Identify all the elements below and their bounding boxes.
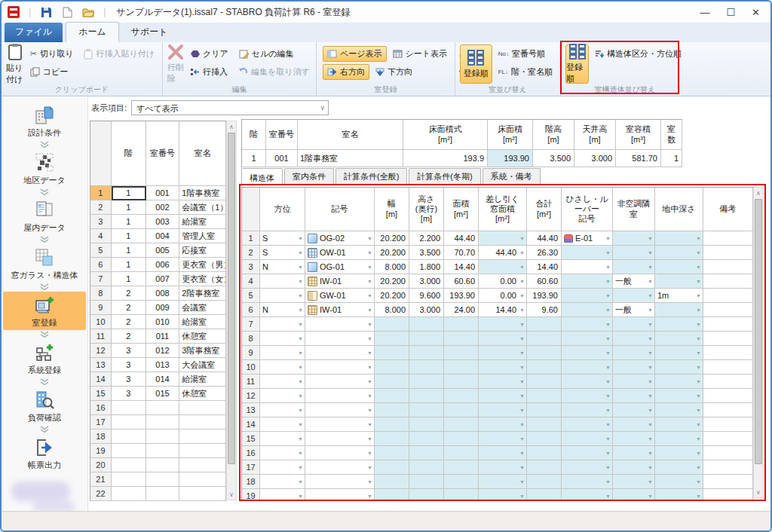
tab-home[interactable]: ホーム [66, 22, 119, 42]
symbol-cell[interactable]: ▼ [305, 489, 375, 500]
floor-cell[interactable] [112, 458, 146, 472]
non-ac-adjacent-cell[interactable]: ▼ [613, 460, 655, 475]
tab-support[interactable]: サポート [119, 23, 180, 42]
symbol-cell[interactable]: OW-01▼ [305, 246, 375, 260]
non-ac-adjacent-cell[interactable]: ▼ [613, 446, 655, 460]
direction-cell[interactable]: S▼ [260, 231, 305, 246]
scroll-down-icon[interactable]: ∨ [227, 489, 236, 500]
row-number[interactable]: 17 [90, 415, 112, 430]
direction-cell[interactable]: ▼ [260, 446, 305, 460]
subtract-window-area-cell[interactable]: ▼ [479, 332, 527, 346]
dropdown-arrow-icon[interactable]: ▼ [605, 307, 611, 313]
dropdown-arrow-icon[interactable]: ▼ [367, 465, 372, 470]
room-no-cell[interactable] [146, 444, 180, 458]
floor-cell[interactable]: 2 [112, 301, 146, 315]
dropdown-arrow-icon[interactable]: ▼ [519, 408, 525, 413]
row-number[interactable]: 21 [90, 472, 112, 487]
underground-depth-cell[interactable]: ▼ [655, 403, 703, 417]
subtract-window-area-cell[interactable]: 0.00▼ [479, 289, 527, 303]
height-cell[interactable] [409, 403, 444, 417]
total-cell[interactable] [527, 460, 562, 475]
width-cell[interactable] [375, 346, 409, 360]
note-cell[interactable] [703, 289, 753, 303]
area-cell[interactable] [444, 446, 479, 460]
total-cell[interactable] [527, 403, 562, 417]
height-cell[interactable]: 9.600 [409, 289, 444, 303]
dropdown-arrow-icon[interactable]: ▼ [367, 436, 372, 442]
row-number[interactable]: 11 [242, 375, 260, 389]
area-cell[interactable]: 14.40 [444, 260, 479, 274]
height-cell[interactable] [409, 460, 444, 475]
dropdown-arrow-icon[interactable]: ▼ [696, 322, 701, 327]
eave-louver-cell[interactable]: ▼ [562, 417, 613, 432]
underground-depth-cell[interactable]: 1m▼ [655, 289, 703, 303]
underground-depth-cell[interactable]: ▼ [655, 360, 703, 375]
underground-depth-cell[interactable]: ▼ [655, 303, 703, 317]
symbol-cell[interactable]: IW-01▼ [305, 274, 375, 289]
dropdown-arrow-icon[interactable]: ▼ [298, 307, 303, 313]
dropdown-arrow-icon[interactable]: ▼ [648, 494, 653, 499]
area-cell[interactable]: 70.70 [444, 246, 479, 260]
close-button[interactable]: ✕ [752, 7, 760, 18]
room-name-cell[interactable]: 2階事務室 [179, 286, 226, 301]
underground-depth-cell[interactable]: ▼ [655, 389, 703, 403]
direction-cell[interactable]: ▼ [260, 346, 305, 360]
total-cell[interactable] [527, 417, 562, 432]
width-cell[interactable] [375, 317, 409, 332]
height-cell[interactable] [409, 375, 444, 389]
scrollbar-thumb[interactable] [228, 133, 235, 464]
room-no-cell[interactable] [146, 487, 180, 501]
tab-indoor-conditions[interactable]: 室内条件 [284, 168, 334, 185]
height-cell[interactable]: 3.500 [409, 246, 444, 260]
insert-row-button[interactable]: 行挿入 [185, 64, 232, 80]
dropdown-arrow-icon[interactable]: ▼ [696, 408, 701, 413]
subtract-window-area-cell[interactable]: ▼ [479, 360, 527, 375]
note-cell[interactable] [703, 403, 753, 417]
row-number[interactable]: 6 [90, 258, 112, 272]
room-name-cell[interactable]: 1階事務室 [179, 186, 226, 200]
direction-cell[interactable]: ▼ [260, 274, 305, 289]
non-ac-adjacent-cell[interactable]: ▼ [613, 332, 655, 346]
area-cell[interactable] [444, 317, 479, 332]
dropdown-arrow-icon[interactable]: ▼ [298, 350, 303, 356]
row-number[interactable]: 19 [90, 444, 112, 458]
underground-depth-cell[interactable]: ▼ [655, 246, 703, 260]
dropdown-arrow-icon[interactable]: ▼ [605, 494, 611, 499]
underground-depth-cell[interactable]: ▼ [655, 432, 703, 446]
eave-louver-cell[interactable]: ▼ [562, 389, 613, 403]
room-no-cell[interactable] [146, 458, 180, 472]
dropdown-arrow-icon[interactable]: ▼ [298, 236, 303, 241]
sidebar-item-design-conditions[interactable]: 設計条件 [3, 102, 86, 140]
dropdown-arrow-icon[interactable]: ▼ [605, 322, 611, 327]
dropdown-arrow-icon[interactable]: ▼ [605, 379, 611, 384]
row-number[interactable]: 2 [242, 246, 260, 260]
dropdown-arrow-icon[interactable]: ▼ [298, 379, 303, 384]
dropdown-arrow-icon[interactable]: ▼ [648, 393, 653, 399]
row-number[interactable]: 16 [90, 401, 112, 415]
room-no-cell[interactable]: 015 [146, 387, 180, 401]
scroll-down-icon[interactable]: ∨ [754, 487, 763, 497]
dropdown-arrow-icon[interactable]: ▼ [367, 479, 372, 485]
floor-cell[interactable] [112, 415, 146, 430]
tab-calc-conditions-general[interactable]: 計算条件(全般) [335, 168, 407, 185]
room-no-cell[interactable] [146, 472, 180, 487]
room-no-cell[interactable] [146, 430, 180, 444]
height-cell[interactable] [409, 475, 444, 489]
room-no-cell[interactable]: 014 [146, 372, 180, 387]
room-no-cell[interactable]: 012 [146, 344, 180, 358]
dropdown-arrow-icon[interactable]: ▼ [367, 451, 372, 456]
width-cell[interactable]: 20.200 [375, 274, 409, 289]
dropdown-arrow-icon[interactable]: ▼ [367, 236, 372, 241]
non-ac-adjacent-cell[interactable]: 一般▼ [613, 303, 655, 317]
dropdown-arrow-icon[interactable]: ▼ [367, 494, 372, 499]
non-ac-adjacent-cell[interactable]: ▼ [613, 432, 655, 446]
note-cell[interactable] [703, 475, 753, 489]
underground-depth-cell[interactable]: ▼ [655, 489, 703, 500]
room-no-cell[interactable]: 010 [146, 315, 180, 329]
scroll-up-icon[interactable]: ∧ [227, 121, 236, 132]
note-cell[interactable] [703, 246, 753, 260]
dropdown-arrow-icon[interactable]: ▼ [648, 436, 653, 442]
height-cell[interactable] [409, 432, 444, 446]
width-cell[interactable] [375, 375, 409, 389]
floor-cell[interactable] [112, 401, 146, 415]
